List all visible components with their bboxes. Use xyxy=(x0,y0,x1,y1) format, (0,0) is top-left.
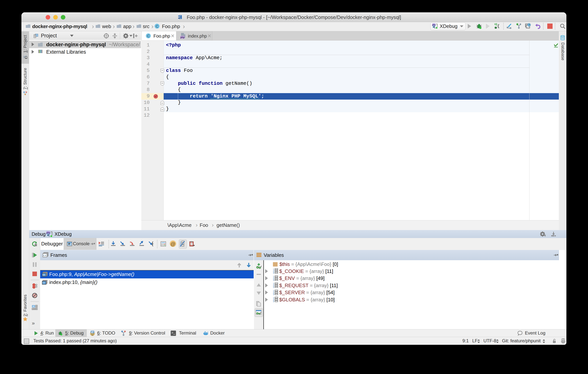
svg-text:T: T xyxy=(554,341,555,343)
svg-text:3: 3 xyxy=(273,272,274,274)
svg-text:3: 3 xyxy=(273,300,274,302)
svg-text:3: 3 xyxy=(273,279,274,281)
svg-text:php: php xyxy=(180,36,185,39)
svg-text:3: 3 xyxy=(273,293,274,295)
svg-text:3: 3 xyxy=(273,286,274,288)
